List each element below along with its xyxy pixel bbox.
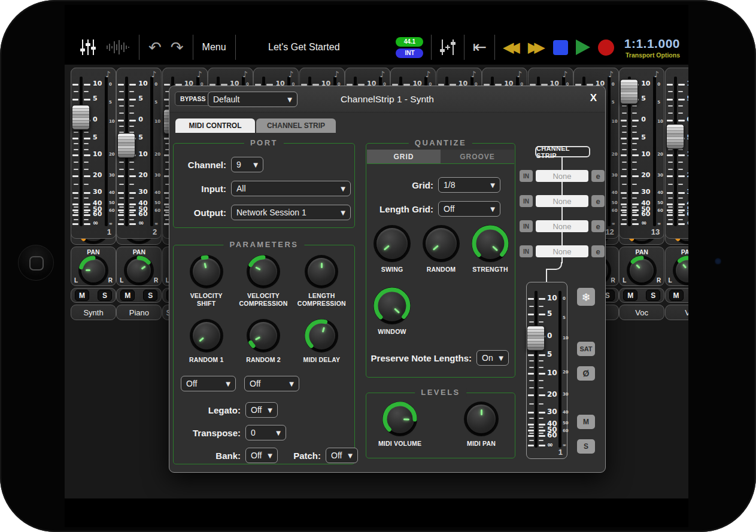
velocity-compression-knob[interactable] [247, 255, 280, 288]
transport-options-label[interactable]: Transport Options [626, 51, 680, 59]
patch-label: Patch: [285, 451, 321, 461]
pan-knob[interactable] [78, 256, 108, 285]
pan-knob[interactable] [124, 256, 154, 285]
insert-slot-1[interactable]: None [536, 170, 588, 182]
home-button[interactable] [18, 245, 54, 281]
insert-in-button-1[interactable]: IN [520, 170, 533, 182]
menu-button[interactable]: Menu [202, 42, 226, 53]
midi-delay-knob[interactable] [305, 319, 338, 352]
dialog-solo-button[interactable]: S [577, 439, 595, 454]
play-button[interactable] [576, 39, 590, 55]
mute-button[interactable]: M [75, 290, 89, 301]
random1-knob[interactable] [190, 319, 223, 352]
window-knob[interactable] [374, 287, 411, 324]
rewind-button[interactable]: ◀◀ [503, 39, 520, 56]
solo-button[interactable]: S [646, 290, 660, 301]
tab-midi-control[interactable]: MIDI CONTROL [175, 118, 255, 133]
midi-pan-knob[interactable] [464, 402, 499, 436]
insert-slot-3[interactable]: None [536, 220, 588, 232]
channelstrip-dialog: BYPASS Default▼ ChannelStrip 1 - Synth X… [169, 86, 606, 473]
bank-dropdown[interactable]: Off▼ [245, 448, 278, 463]
mute-button[interactable]: M [120, 290, 135, 301]
input-dropdown[interactable]: All▼ [231, 181, 351, 196]
pan-right-label: R [108, 277, 113, 284]
levels-section: LEVELS MIDI VOLUME MIDI PAN [366, 393, 515, 458]
swing-knob[interactable] [374, 225, 411, 262]
undo-button[interactable]: ↶ [148, 39, 162, 55]
groove-tab[interactable]: GROOVE [441, 150, 514, 163]
fader-handle[interactable] [666, 124, 684, 149]
strength-knob[interactable] [472, 225, 509, 262]
transpose-dropdown[interactable]: 0▼ [245, 425, 286, 440]
insert-in-button-4[interactable]: IN [520, 245, 533, 257]
velocity-shift-knob[interactable] [190, 255, 223, 288]
random1-dropdown[interactable]: Off▼ [181, 376, 236, 391]
channel-strip-1: FX AUTOMATION R W INPUT -- OUTPUT -- AUX… [71, 68, 116, 322]
random2-knob[interactable] [247, 319, 280, 352]
tab-channel-strip[interactable]: CHANNEL STRIP [256, 118, 336, 133]
solo-button[interactable]: S [143, 290, 157, 301]
divider [235, 35, 236, 60]
grid-tab[interactable]: GRID [367, 150, 441, 163]
insert-edit-button-4[interactable]: e [591, 245, 605, 257]
saturation-button[interactable]: SAT [577, 342, 595, 356]
redo-button[interactable]: ↷ [171, 39, 184, 55]
insert-in-button-2[interactable]: IN [520, 195, 533, 207]
insert-in-button-3[interactable]: IN [520, 220, 533, 232]
dialog-mute-button[interactable]: M [577, 415, 595, 429]
track-name[interactable]: Synth [71, 305, 116, 320]
insert-slot-2[interactable]: None [536, 195, 588, 207]
channel-strip-header-button[interactable]: CHANNEL STRIP [535, 146, 590, 157]
fader-handle[interactable] [117, 133, 135, 158]
toolbar: ↶ ↷ Menu Let's Get Started 44.1 INT ⇤ [65, 29, 688, 66]
grid-dropdown[interactable]: 1/8▼ [438, 177, 500, 193]
return-to-start-button[interactable]: ⇤ [472, 39, 486, 56]
output-label: Output: [174, 208, 226, 218]
fader-handle[interactable] [620, 79, 638, 104]
fader-section: 10505102030405060∞05102030405060∞♪13 [619, 68, 664, 239]
fast-forward-button[interactable]: ▶▶ [528, 39, 545, 56]
quantize-random-knob[interactable] [423, 225, 460, 262]
track-name[interactable]: Voc [619, 305, 664, 320]
pan-knob[interactable] [627, 256, 657, 285]
divider [139, 35, 139, 60]
solo-button[interactable]: S [98, 290, 112, 301]
mixer-view-icon[interactable] [79, 38, 97, 56]
insert-slot-4[interactable]: None [536, 245, 588, 257]
close-button[interactable]: X [590, 92, 597, 104]
fader-handle[interactable] [72, 105, 90, 130]
insert-edit-button-2[interactable]: e [591, 195, 605, 207]
length-compression-knob[interactable] [305, 255, 338, 288]
output-dropdown[interactable]: Network Session 1▼ [231, 205, 351, 220]
insert-edit-button-3[interactable]: e [591, 220, 605, 232]
pan-left-label: L [74, 277, 78, 284]
mute-button[interactable]: M [623, 290, 637, 301]
length-grid-dropdown[interactable]: Off▼ [438, 201, 500, 217]
channel-mixer-icon[interactable] [439, 38, 456, 56]
midi-note-icon: ♪ [151, 69, 156, 79]
channel-strip-13: FX AUTOMATION R W INPUT B5 OUTPUT -- AUX… [619, 68, 664, 322]
midi-note-icon: ♪ [517, 69, 522, 79]
midi-volume-knob[interactable] [382, 402, 417, 436]
mute-button[interactable]: M [669, 290, 684, 301]
record-button[interactable] [598, 39, 614, 56]
random2-dropdown[interactable]: Off▼ [244, 376, 299, 391]
pan-label: PAN [133, 248, 145, 256]
insert-edit-button-1[interactable]: e [591, 170, 605, 182]
channel-dropdown[interactable]: 9▼ [231, 157, 263, 172]
patch-dropdown[interactable]: Off▼ [326, 448, 358, 463]
fader-handle[interactable] [527, 326, 545, 351]
timecode-display[interactable]: 1:1.1.000 [624, 37, 680, 51]
home-button-square [29, 256, 44, 270]
track-name[interactable]: V [665, 305, 688, 320]
phase-button[interactable]: Ø [577, 366, 595, 381]
divider [494, 35, 495, 60]
pan-knob[interactable] [673, 256, 688, 285]
freeze-button[interactable]: ❄ [577, 288, 595, 306]
track-name[interactable]: Piano [116, 305, 162, 320]
preserve-note-lengths-dropdown[interactable]: On▼ [476, 350, 509, 366]
stop-button[interactable] [553, 40, 568, 55]
channel-label: Channel: [174, 160, 226, 170]
legato-dropdown[interactable]: Off▼ [245, 402, 278, 418]
waveform-view-icon[interactable] [106, 39, 130, 55]
